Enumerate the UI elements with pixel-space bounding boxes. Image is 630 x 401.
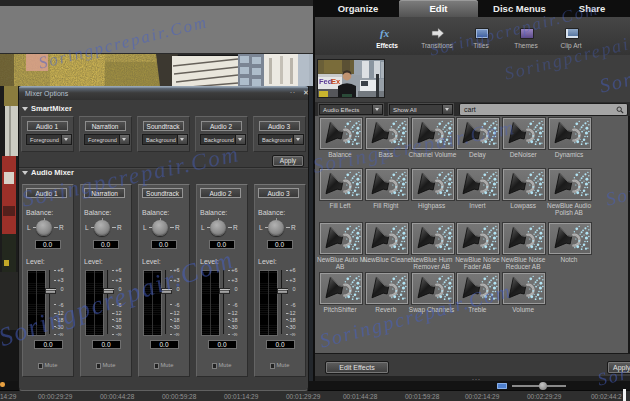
svg-text:Ex: Ex — [331, 77, 341, 86]
